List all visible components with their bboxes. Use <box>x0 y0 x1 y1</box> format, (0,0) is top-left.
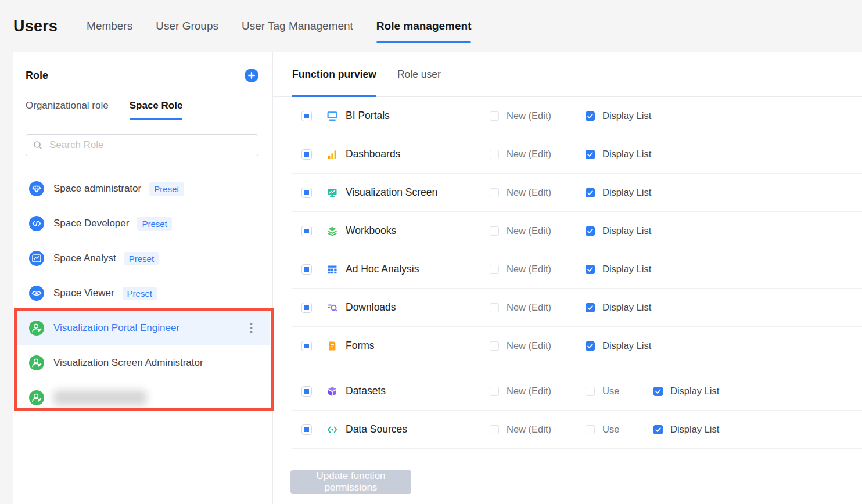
checked-checkbox[interactable] <box>653 425 663 434</box>
gem-icon <box>29 181 44 196</box>
permission-new-edit[interactable]: New (Edit) <box>490 225 586 236</box>
eye-icon <box>29 286 44 301</box>
role-item-visualization-screen-administrator[interactable]: Visualization Screen Administrator <box>14 345 270 380</box>
permission-label: Use <box>602 386 619 397</box>
role-name: Visualization Portal Engineer <box>53 322 179 334</box>
role-more-menu[interactable] <box>250 323 253 333</box>
permission-new-edit[interactable]: New (Edit) <box>490 424 586 435</box>
permission-checkboxes: New (Edit)Display List <box>490 225 651 236</box>
permission-new-edit[interactable]: New (Edit) <box>490 149 586 160</box>
permission-new-edit[interactable]: New (Edit) <box>490 302 586 313</box>
permission-new-edit[interactable]: New (Edit) <box>490 340 586 351</box>
checked-checkbox[interactable] <box>586 341 595 351</box>
tab-user-tag-management[interactable]: User Tag Management <box>242 0 353 52</box>
permission-display-list[interactable]: Display List <box>653 424 719 435</box>
tab-user-groups[interactable]: User Groups <box>156 0 218 52</box>
permission-display-list[interactable]: Display List <box>653 386 719 397</box>
checked-checkbox[interactable] <box>586 265 595 274</box>
checked-checkbox[interactable] <box>586 188 595 197</box>
tab-function-purview[interactable]: Function purview <box>292 52 376 96</box>
unchecked-checkbox[interactable] <box>490 425 499 434</box>
tab-space-role[interactable]: Space Role <box>130 100 183 120</box>
role-name: Space Developer <box>53 218 129 229</box>
permission-label: New (Edit) <box>507 424 551 435</box>
tab-role-management[interactable]: Role management <box>376 0 472 52</box>
function-row-forms: FormsNew (Edit)Display List <box>292 327 862 365</box>
unchecked-checkbox[interactable] <box>490 226 499 236</box>
unchecked-checkbox[interactable] <box>490 150 499 159</box>
role-avatar <box>29 390 44 405</box>
permission-new-edit[interactable]: New (Edit) <box>490 386 586 397</box>
row-select-checkbox[interactable] <box>301 424 312 435</box>
function-name: Dashboards <box>346 148 400 160</box>
workbooks-icon <box>326 225 338 237</box>
permission-label: New (Edit) <box>507 225 551 236</box>
checked-checkbox[interactable] <box>586 150 595 159</box>
role-item-visualization-portal-engineer[interactable]: Visualization Portal Engineer <box>14 311 270 345</box>
permission-label: New (Edit) <box>507 302 551 313</box>
permission-new-edit[interactable]: New (Edit) <box>490 110 586 121</box>
row-select-checkbox[interactable] <box>301 149 312 160</box>
unchecked-checkbox[interactable] <box>490 387 499 396</box>
preset-badge: Preset <box>123 287 157 300</box>
permission-label: Use <box>602 424 619 435</box>
plus-circle-icon <box>245 69 258 82</box>
row-select-checkbox[interactable] <box>301 386 312 397</box>
search-role-input[interactable] <box>26 134 258 156</box>
permission-new-edit[interactable]: New (Edit) <box>490 187 586 198</box>
role-avatar <box>29 181 44 196</box>
permission-display-list[interactable]: Display List <box>586 340 651 351</box>
checked-checkbox[interactable] <box>653 387 663 396</box>
role-name: Visualization Screen Administrator <box>53 357 203 369</box>
data-sources-icon <box>326 424 338 435</box>
permission-display-list[interactable]: Display List <box>586 225 651 236</box>
checked-checkbox[interactable] <box>586 303 595 312</box>
row-select-checkbox[interactable] <box>301 341 312 351</box>
dashboards-icon <box>326 149 338 160</box>
permission-label: Display List <box>602 302 651 313</box>
permission-use[interactable]: Use <box>586 386 653 397</box>
unchecked-checkbox[interactable] <box>490 265 499 274</box>
visualization-screen-icon <box>326 187 338 199</box>
permission-use[interactable]: Use <box>586 424 653 435</box>
tab-members[interactable]: Members <box>87 0 132 52</box>
unchecked-checkbox[interactable] <box>490 111 499 121</box>
permission-display-list[interactable]: Display List <box>586 302 651 313</box>
permission-label: Display List <box>670 424 719 435</box>
checked-checkbox[interactable] <box>586 111 595 121</box>
unchecked-checkbox[interactable] <box>490 341 499 351</box>
add-role-button[interactable] <box>245 69 258 82</box>
role-item-space-viewer[interactable]: Space ViewerPreset <box>14 276 270 311</box>
unchecked-checkbox[interactable] <box>586 387 595 396</box>
unchecked-checkbox[interactable] <box>490 303 499 312</box>
row-select-checkbox[interactable] <box>301 303 312 313</box>
permission-label: New (Edit) <box>507 264 551 275</box>
role-item-redacted[interactable] <box>14 380 270 415</box>
permission-display-list[interactable]: Display List <box>586 264 651 275</box>
top-tab-bar: MembersUser GroupsUser Tag ManagementRol… <box>87 0 471 52</box>
role-item-space-administrator[interactable]: Space administratorPreset <box>14 171 270 206</box>
main-panel: Role Organizational roleSpace Role Space… <box>13 52 862 504</box>
permission-label: Display List <box>602 187 651 198</box>
role-item-space-developer[interactable]: Space DeveloperPreset <box>14 206 270 241</box>
row-select-checkbox[interactable] <box>301 188 312 198</box>
permission-display-list[interactable]: Display List <box>586 187 651 198</box>
checked-checkbox[interactable] <box>586 226 595 236</box>
unchecked-checkbox[interactable] <box>490 188 499 197</box>
permission-new-edit[interactable]: New (Edit) <box>490 264 586 275</box>
role-item-space-analyst[interactable]: Space AnalystPreset <box>14 241 270 276</box>
role-avatar <box>29 251 44 266</box>
line-chart-icon <box>29 251 44 266</box>
row-select-checkbox[interactable] <box>301 264 312 275</box>
permission-display-list[interactable]: Display List <box>586 149 651 160</box>
update-function-permissions-button[interactable]: Update function permissions <box>290 470 411 494</box>
tab-role-user[interactable]: Role user <box>397 52 441 96</box>
function-name: Data Sources <box>346 423 407 435</box>
function-permission-list: BI PortalsNew (Edit)Display ListDashboar… <box>273 97 862 449</box>
unchecked-checkbox[interactable] <box>586 425 595 434</box>
tab-organizational-role[interactable]: Organizational role <box>26 100 109 120</box>
permission-display-list[interactable]: Display List <box>586 110 651 121</box>
row-select-checkbox[interactable] <box>301 111 312 121</box>
function-name: Ad Hoc Analysis <box>346 263 419 275</box>
row-select-checkbox[interactable] <box>301 226 312 236</box>
